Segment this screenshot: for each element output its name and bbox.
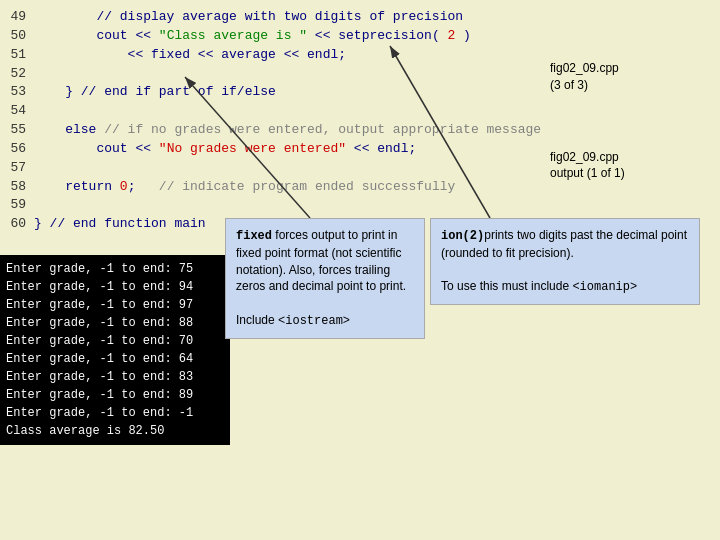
code-line-51: 51 << fixed << average << endl; [4,46,556,65]
terminal-line-6: Enter grade, -1 to end: 64 [6,350,224,368]
code-50: cout << "Class average is " << setprecis… [34,27,471,46]
tooltip-fixed-include: Include <iostream> [236,312,414,330]
terminal-line-10: Class average is 82.50 [6,422,224,440]
tooltip-fixed: fixed forces output to print in fixed po… [225,218,425,339]
terminal-line-5: Enter grade, -1 to end: 70 [6,332,224,350]
line-num-53: 53 [4,83,34,102]
code-line-58: 58 return 0; // indicate program ended s… [4,178,556,197]
line-num-56: 56 [4,140,34,159]
fixed-keyword: fixed [236,229,272,243]
label-subtitle-2: output (1 of 1) [550,165,710,182]
code-line-54: 54 [4,102,556,121]
label-title-2: fig02_09.cpp [550,149,710,166]
terminal-line-3: Enter grade, -1 to end: 97 [6,296,224,314]
tooltip-setprecision: ion(2)prints two digits past the decimal… [430,218,700,305]
label-subtitle-1: (3 of 3) [550,77,710,94]
terminal-line-2: Enter grade, -1 to end: 94 [6,278,224,296]
code-line-55: 55 else // if no grades were entered, ou… [4,121,556,140]
tooltip-fixed-text: fixed forces output to print in fixed po… [236,227,414,295]
code-line-50: 50 cout << "Class average is " << setpre… [4,27,556,46]
right-panel: fig02_09.cpp (3 of 3) fig02_09.cpp outpu… [550,60,710,212]
line-num-57: 57 [4,159,34,178]
terminal-line-8: Enter grade, -1 to end: 89 [6,386,224,404]
terminal-area: Enter grade, -1 to end: 75 Enter grade, … [0,255,230,445]
tooltip-setprecision-text: ion(2)prints two digits past the decimal… [441,227,689,262]
iostream-ref: <iostream> [278,314,350,328]
terminal-line-1: Enter grade, -1 to end: 75 [6,260,224,278]
code-line-49: 49 // display average with two digits of… [4,8,556,27]
line-num-52: 52 [4,65,34,84]
code-line-52: 52 [4,65,556,84]
code-56: cout << "No grades were entered" << endl… [34,140,416,159]
code-51: << fixed << average << endl; [34,46,346,65]
code-60: } // end function main [34,215,206,234]
label-box-2: fig02_09.cpp output (1 of 1) [550,149,710,183]
code-53: } // end if part of if/else [34,83,276,102]
terminal-line-9: Enter grade, -1 to end: -1 [6,404,224,422]
line-num-60: 60 [4,215,34,234]
terminal-line-4: Enter grade, -1 to end: 88 [6,314,224,332]
label-box-1: fig02_09.cpp (3 of 3) [550,60,710,94]
line-num-58: 58 [4,178,34,197]
line-num-54: 54 [4,102,34,121]
line-num-51: 51 [4,46,34,65]
code-line-53: 53 } // end if part of if/else [4,83,556,102]
line-num-55: 55 [4,121,34,140]
label-title-1: fig02_09.cpp [550,60,710,77]
code-49: // display average with two digits of pr… [34,8,463,27]
line-num-59: 59 [4,196,34,215]
terminal-line-7: Enter grade, -1 to end: 83 [6,368,224,386]
code-line-57: 57 [4,159,556,178]
code-line-59: 59 [4,196,556,215]
code-area: 49 // display average with two digits of… [0,0,560,242]
setprecision-keyword: ion(2) [441,229,484,243]
line-num-50: 50 [4,27,34,46]
iomanip-ref: <iomanip> [572,280,637,294]
line-num-49: 49 [4,8,34,27]
code-55: else // if no grades were entered, outpu… [34,121,541,140]
code-line-56: 56 cout << "No grades were entered" << e… [4,140,556,159]
main-area: 49 // display average with two digits of… [0,0,720,540]
code-58: return 0; // indicate program ended succ… [34,178,455,197]
tooltip-setprecision-include: To use this must include <iomanip> [441,278,689,296]
